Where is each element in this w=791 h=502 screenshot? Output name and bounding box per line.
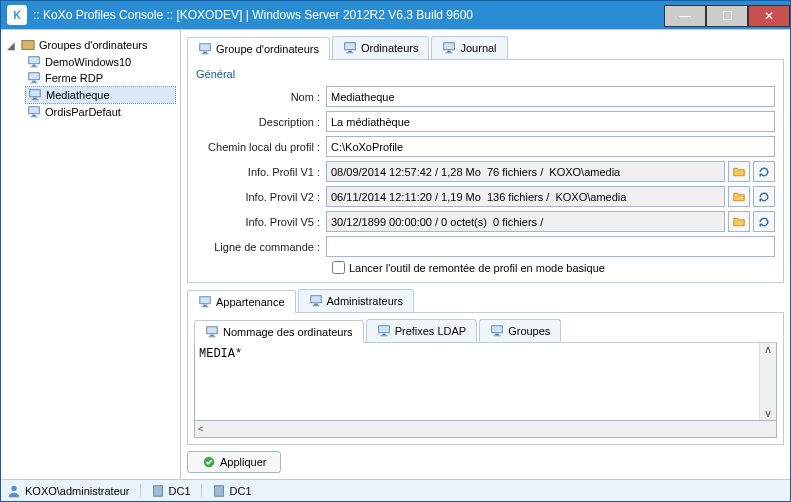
v5-browse-button[interactable] — [728, 211, 750, 232]
svg-rect-35 — [495, 334, 499, 336]
cmd-field[interactable] — [326, 236, 775, 257]
svg-rect-13 — [200, 44, 211, 51]
computer-icon — [27, 55, 41, 69]
tab-icon — [205, 325, 219, 339]
status-user: KOXO\administrateur — [25, 485, 130, 497]
svg-rect-24 — [202, 306, 209, 307]
chemin-field[interactable] — [326, 136, 775, 157]
svg-rect-8 — [33, 98, 37, 100]
check-icon — [202, 455, 216, 469]
naming-textarea[interactable] — [195, 343, 759, 420]
v2-refresh-button[interactable] — [753, 186, 775, 207]
tab-icon — [309, 294, 323, 308]
tab-label: Appartenance — [216, 296, 285, 308]
tab-label: Ordinateurs — [361, 42, 418, 54]
tree-item-ordispardefaut[interactable]: OrdisParDefaut — [25, 104, 176, 120]
svg-rect-3 — [31, 66, 38, 67]
maximize-button[interactable]: ☐ — [706, 5, 748, 27]
h-scrollbar[interactable]: < — [194, 421, 777, 438]
svg-rect-0 — [22, 41, 34, 50]
desc-label: Description : — [196, 116, 326, 128]
tree-panel: ◢ Groupes d'ordinateurs DemoWindows10Fer… — [1, 30, 181, 479]
tab-label: Nommage des ordinateurs — [223, 326, 353, 338]
statusbar: KOXO\administrateur DC1 DC1 — [1, 479, 790, 501]
svg-rect-10 — [29, 107, 40, 114]
window-title: :: KoXo Profiles Console :: [KOXODEV] | … — [33, 8, 664, 22]
appartenance-panel: Nommage des ordinateursPrefixes LDAPGrou… — [187, 313, 784, 445]
app-icon: K — [7, 5, 27, 25]
tab-icon — [490, 324, 504, 338]
nom-field[interactable] — [326, 86, 775, 107]
general-title: Général — [196, 68, 775, 80]
main-tab-groupe-d-ordinateurs[interactable]: Groupe d'ordinateurs — [187, 37, 330, 60]
sub-tab-appartenance[interactable]: Appartenance — [187, 290, 296, 313]
svg-rect-33 — [380, 335, 387, 336]
svg-rect-31 — [378, 326, 389, 333]
svg-rect-25 — [310, 296, 321, 303]
svg-rect-12 — [31, 116, 38, 117]
scroll-up-icon[interactable]: ∧ — [764, 343, 772, 356]
v2-field — [326, 186, 725, 207]
group-icon — [21, 38, 35, 52]
minimize-button[interactable]: — — [664, 5, 706, 27]
v2-label: Info. Provil V2 : — [196, 191, 326, 203]
main-tab-journal[interactable]: Journal — [431, 36, 507, 59]
svg-rect-15 — [202, 53, 209, 54]
collapse-icon[interactable]: ◢ — [7, 40, 17, 51]
svg-rect-27 — [312, 305, 319, 306]
sub2-tab-prefixes-ldap[interactable]: Prefixes LDAP — [366, 319, 478, 342]
sub2-tab-groupes[interactable]: Groupes — [479, 319, 561, 342]
svg-rect-23 — [203, 305, 207, 307]
tree-root-label: Groupes d'ordinateurs — [39, 39, 148, 51]
svg-rect-1 — [29, 57, 40, 64]
sub2-tab-nommage-des-ordinateurs[interactable]: Nommage des ordinateurs — [194, 320, 364, 343]
tree-item-mediatheque[interactable]: Mediatheque — [25, 86, 176, 104]
v2-browse-button[interactable] — [728, 186, 750, 207]
v5-refresh-button[interactable] — [753, 211, 775, 232]
v1-label: Info. Profil V1 : — [196, 166, 326, 178]
svg-rect-11 — [32, 115, 36, 117]
svg-rect-26 — [314, 304, 318, 306]
nom-label: Nom : — [196, 91, 326, 103]
sub-tabs-1: AppartenanceAdministrateurs — [187, 289, 784, 313]
tab-icon — [198, 295, 212, 309]
scroll-down-icon[interactable]: ∨ — [764, 407, 772, 420]
tree-item-ferme rdp[interactable]: Ferme RDP — [25, 70, 176, 86]
tree-item-label: Mediatheque — [46, 89, 110, 101]
tab-icon — [442, 41, 456, 55]
cmd-label: Ligne de commande : — [196, 241, 326, 253]
close-button[interactable]: ✕ — [748, 5, 790, 27]
v1-refresh-button[interactable] — [753, 161, 775, 182]
svg-point-38 — [11, 485, 16, 490]
v1-browse-button[interactable] — [728, 161, 750, 182]
svg-rect-17 — [348, 51, 352, 53]
v1-field — [326, 161, 725, 182]
tree-root[interactable]: ◢ Groupes d'ordinateurs — [5, 36, 176, 54]
svg-rect-4 — [29, 73, 40, 80]
svg-rect-6 — [31, 82, 38, 83]
tree-item-demowindows10[interactable]: DemoWindows10 — [25, 54, 176, 70]
svg-rect-28 — [207, 327, 218, 334]
main-tab-ordinateurs[interactable]: Ordinateurs — [332, 36, 429, 59]
tree-item-label: DemoWindows10 — [45, 56, 131, 68]
app-window: K :: KoXo Profiles Console :: [KOXODEV] … — [0, 0, 791, 502]
scrollbar[interactable]: ∧∨ — [759, 343, 776, 420]
tab-icon — [198, 42, 212, 56]
tab-label: Administrateurs — [327, 295, 403, 307]
svg-rect-18 — [347, 52, 354, 53]
tab-label: Groupe d'ordinateurs — [216, 43, 319, 55]
svg-rect-7 — [30, 90, 41, 97]
desc-field[interactable] — [326, 111, 775, 132]
tab-icon — [343, 41, 357, 55]
main-tabs: Groupe d'ordinateursOrdinateursJournal — [187, 36, 784, 60]
svg-rect-40 — [214, 485, 223, 496]
tab-label: Groupes — [508, 325, 550, 337]
svg-rect-9 — [32, 99, 39, 100]
basic-mode-checkbox[interactable] — [332, 261, 345, 274]
svg-rect-5 — [32, 81, 36, 83]
chemin-label: Chemin local du profil : — [196, 141, 326, 153]
basic-mode-label: Lancer l'outil de remontée de profil en … — [349, 262, 605, 274]
server-icon-2 — [212, 484, 226, 498]
apply-button[interactable]: Appliquer — [187, 451, 281, 473]
sub-tab-administrateurs[interactable]: Administrateurs — [298, 289, 414, 312]
